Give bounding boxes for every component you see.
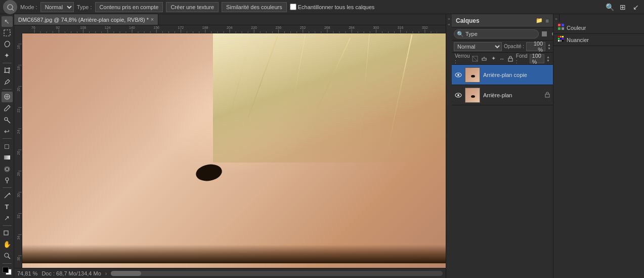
hand-tool[interactable]: ✋ (2, 240, 13, 250)
hair-overlay (22, 33, 446, 268)
dodge-tool[interactable] (2, 175, 13, 186)
opacity-label: Opacité : (504, 44, 524, 49)
move-tool[interactable]: ↖ (2, 16, 13, 27)
svg-line-7 (5, 84, 6, 85)
lasso-tool[interactable] (2, 39, 13, 50)
fill-label: Fond : (516, 53, 528, 64)
create-texture-btn[interactable]: Créer une texture (166, 2, 219, 12)
color-similarity-btn[interactable]: Similarité des couleurs (222, 2, 287, 12)
healing-brush-tool[interactable] (2, 92, 13, 102)
lock-all-icon[interactable] (507, 54, 514, 63)
fill-value[interactable]: 100 % (530, 54, 544, 63)
svg-rect-42 (558, 40, 560, 42)
svg-rect-12 (4, 155, 10, 160)
layer-item[interactable]: Arrière-plan (452, 85, 553, 105)
collapse-arrow-up: » (448, 16, 450, 22)
brush-tool[interactable] (2, 103, 13, 114)
doc-info: Doc : 68,7 Mo/134,4 Mo (41, 270, 101, 276)
nuancier-panel[interactable]: Nuancier (553, 34, 644, 46)
layers-search-input[interactable] (454, 29, 539, 38)
status-arrow[interactable]: › (105, 270, 107, 276)
layer-item[interactable]: Arrière-plan copie (452, 65, 553, 85)
lock-position-icon[interactable]: ✦ (490, 54, 496, 63)
zoom-level: 74,81 % (17, 270, 37, 276)
svg-point-30 (457, 94, 459, 96)
path-selection-tool[interactable]: ↗ (2, 213, 13, 224)
search-icon-btn[interactable]: 🔍 (605, 2, 615, 12)
layer-thumb-image (465, 68, 480, 82)
lock-image-icon[interactable] (481, 54, 488, 63)
canvas-tab-title: DMC6587.jpg @ 74,8% (Arrière-plan copie,… (18, 17, 149, 23)
layers-search-row: 🔍 T (452, 27, 553, 41)
gradient-tool[interactable] (2, 152, 13, 163)
ruler-v-canvas (14, 33, 22, 266)
horizontal-ruler (22, 25, 446, 33)
couleur-panel[interactable]: Couleur (553, 22, 644, 34)
sample-all-layers-checkbox[interactable]: Echantillonner tous les calques (290, 4, 375, 10)
select-rect-tool[interactable] (2, 28, 13, 38)
nuancier-label: Nuancier (567, 37, 589, 43)
opacity-value[interactable]: 100 % (526, 42, 545, 51)
vertical-ruler (14, 33, 22, 268)
canvas-tab-close[interactable]: × (151, 17, 154, 22)
layers-lock-row: Verrou : ✦ ↔ Fond : 100 % (452, 53, 553, 65)
tool-icon[interactable] (3, 0, 17, 14)
svg-rect-40 (560, 38, 562, 39)
foreground-background-colors[interactable] (2, 266, 13, 276)
sample-all-layers-input[interactable] (290, 4, 296, 10)
main-area: ↖ ✦ ↩ ◻ (0, 14, 644, 278)
blur-tool[interactable] (2, 164, 13, 174)
mode-select[interactable]: Normal (40, 2, 74, 12)
history-brush-tool[interactable]: ↩ (2, 126, 13, 137)
fill-arrows[interactable]: ▲ ▼ (546, 55, 550, 62)
canvas-tab[interactable]: DMC6587.jpg @ 74,8% (Arrière-plan copie,… (14, 14, 158, 25)
scrollbar-thumb (111, 271, 141, 276)
lock-artboard-icon[interactable]: ↔ (499, 54, 505, 63)
layer-lock-icon (545, 92, 550, 99)
layer-thumbnail (465, 88, 480, 103)
svg-rect-34 (558, 27, 561, 30)
hair-strand-3 (284, 34, 306, 155)
svg-line-19 (8, 257, 10, 259)
layers-new-group-icon[interactable]: 📁 (536, 17, 543, 24)
svg-rect-32 (558, 24, 561, 26)
layers-title: Calques (456, 17, 533, 24)
collapse-arrows-right[interactable]: » (553, 14, 560, 22)
shape-tool[interactable] (2, 228, 13, 239)
eraser-tool[interactable]: ◻ (2, 141, 13, 151)
eyedropper-tool[interactable] (2, 77, 13, 88)
svg-rect-37 (560, 36, 562, 37)
canvas-tab-bar: DMC6587.jpg @ 74,8% (Arrière-plan copie,… (14, 14, 446, 25)
layer-visibility-eye[interactable] (455, 92, 462, 99)
content-aware-btn[interactable]: Contenu pris en compte (95, 2, 163, 12)
blend-mode-select[interactable]: Normal (454, 42, 502, 51)
svg-point-18 (5, 253, 9, 257)
layer-visibility-eye[interactable] (455, 71, 462, 78)
ruler-h-canvas (22, 25, 437, 33)
magic-wand-tool[interactable]: ✦ (2, 51, 13, 61)
lock-label: Verrou : (455, 53, 469, 64)
type-tool[interactable]: T (2, 202, 13, 212)
svg-rect-39 (558, 38, 560, 39)
nuancier-icon (557, 35, 565, 44)
svg-line-1 (12, 9, 14, 11)
layers-menu-icon[interactable]: ≡ (546, 18, 549, 24)
clone-stamp-tool[interactable] (2, 114, 13, 125)
sample-all-layers-label: Echantillonner tous les calques (298, 4, 375, 10)
canvas-viewport[interactable] (22, 33, 446, 268)
crop-tool[interactable] (2, 65, 13, 76)
collapse-arrows-left[interactable]: » « (446, 14, 452, 278)
toolbar-right-icons: 🔍 ⊞ ↙ (605, 2, 641, 12)
more-options-btn[interactable]: ↙ (631, 2, 641, 12)
pen-tool[interactable] (2, 190, 13, 201)
zoom-tool[interactable] (2, 251, 13, 261)
filter-pixel-icon[interactable] (540, 29, 549, 38)
svg-rect-35 (562, 27, 564, 30)
opacity-arrows[interactable]: ▲ ▼ (547, 43, 551, 50)
svg-point-15 (6, 178, 9, 181)
svg-point-28 (457, 74, 459, 76)
horizontal-scrollbar[interactable] (111, 271, 443, 276)
arrange-windows-btn[interactable]: ⊞ (618, 2, 628, 12)
side-panels: » Couleur (553, 14, 644, 278)
lock-transparent-icon[interactable] (471, 54, 479, 63)
